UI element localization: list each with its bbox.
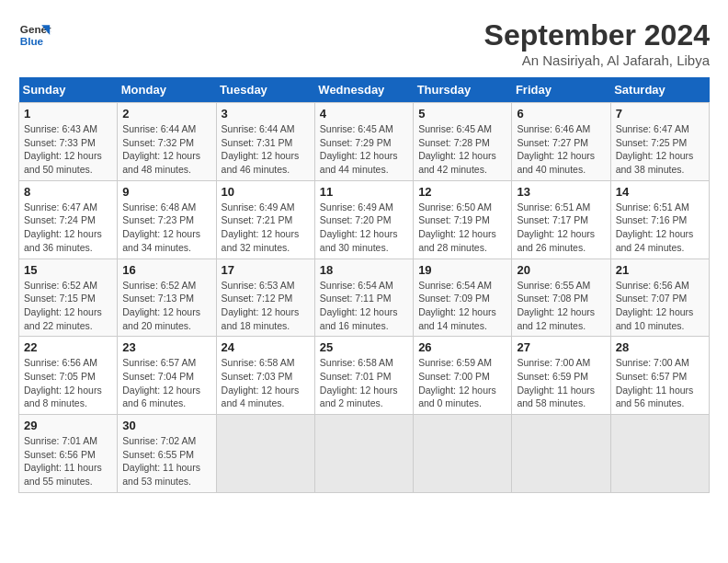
day-detail: Sunrise: 6:55 AMSunset: 7:08 PMDaylight:… xyxy=(517,279,605,333)
calendar-cell: 21Sunrise: 6:56 AMSunset: 7:07 PMDayligh… xyxy=(610,259,709,337)
day-detail: Sunrise: 7:00 AMSunset: 6:57 PMDaylight:… xyxy=(616,356,704,410)
calendar-cell: 23Sunrise: 6:57 AMSunset: 7:04 PMDayligh… xyxy=(118,337,216,415)
calendar-cell xyxy=(610,415,709,493)
day-detail: Sunrise: 6:48 AMSunset: 7:23 PMDaylight:… xyxy=(122,201,210,255)
day-detail: Sunrise: 6:59 AMSunset: 7:00 PMDaylight:… xyxy=(418,356,506,410)
day-number: 7 xyxy=(616,107,704,121)
calendar-cell: 27Sunrise: 7:00 AMSunset: 6:59 PMDayligh… xyxy=(512,337,610,415)
day-number: 17 xyxy=(222,263,310,277)
svg-text:Blue: Blue xyxy=(20,35,44,47)
calendar-cell: 26Sunrise: 6:59 AMSunset: 7:00 PMDayligh… xyxy=(414,337,512,415)
calendar-cell: 5Sunrise: 6:45 AMSunset: 7:28 PMDaylight… xyxy=(414,103,512,181)
day-number: 25 xyxy=(320,340,408,354)
day-number: 18 xyxy=(320,263,408,277)
day-detail: Sunrise: 6:45 AMSunset: 7:28 PMDaylight:… xyxy=(418,122,506,177)
day-number: 15 xyxy=(24,263,112,277)
day-number: 8 xyxy=(24,185,112,199)
day-number: 26 xyxy=(418,340,506,354)
day-detail: Sunrise: 6:44 AMSunset: 7:32 PMDaylight:… xyxy=(122,122,210,177)
day-number: 21 xyxy=(616,263,704,277)
day-number: 23 xyxy=(122,340,210,354)
day-detail: Sunrise: 7:00 AMSunset: 6:59 PMDaylight:… xyxy=(517,356,605,410)
day-detail: Sunrise: 6:49 AMSunset: 7:20 PMDaylight:… xyxy=(320,201,408,255)
day-detail: Sunrise: 6:46 AMSunset: 7:27 PMDaylight:… xyxy=(517,122,605,177)
day-number: 22 xyxy=(24,340,112,354)
day-detail: Sunrise: 6:56 AMSunset: 7:07 PMDaylight:… xyxy=(616,279,704,333)
day-detail: Sunrise: 6:47 AMSunset: 7:24 PMDaylight:… xyxy=(24,201,112,255)
day-detail: Sunrise: 7:02 AMSunset: 6:55 PMDaylight:… xyxy=(122,434,210,488)
calendar-week-1: 1Sunrise: 6:43 AMSunset: 7:33 PMDaylight… xyxy=(19,103,710,181)
logo: General Blue xyxy=(18,18,51,52)
col-header-tuesday: Tuesday xyxy=(216,77,314,103)
calendar-cell: 9Sunrise: 6:48 AMSunset: 7:23 PMDaylight… xyxy=(118,180,216,259)
day-number: 20 xyxy=(517,263,605,277)
calendar-cell: 17Sunrise: 6:53 AMSunset: 7:12 PMDayligh… xyxy=(216,259,314,337)
calendar-cell: 19Sunrise: 6:54 AMSunset: 7:09 PMDayligh… xyxy=(414,259,512,337)
calendar-cell: 4Sunrise: 6:45 AMSunset: 7:29 PMDaylight… xyxy=(314,103,413,181)
calendar-cell: 20Sunrise: 6:55 AMSunset: 7:08 PMDayligh… xyxy=(512,259,610,337)
day-detail: Sunrise: 6:43 AMSunset: 7:33 PMDaylight:… xyxy=(24,122,112,177)
day-number: 10 xyxy=(222,185,310,199)
calendar-cell: 1Sunrise: 6:43 AMSunset: 7:33 PMDaylight… xyxy=(19,103,118,181)
day-detail: Sunrise: 6:49 AMSunset: 7:21 PMDaylight:… xyxy=(222,201,310,255)
calendar-cell: 6Sunrise: 6:46 AMSunset: 7:27 PMDaylight… xyxy=(512,103,610,181)
calendar-cell: 28Sunrise: 7:00 AMSunset: 6:57 PMDayligh… xyxy=(610,337,709,415)
day-number: 1 xyxy=(24,107,112,121)
calendar-cell: 30Sunrise: 7:02 AMSunset: 6:55 PMDayligh… xyxy=(118,415,216,493)
calendar-cell: 14Sunrise: 6:51 AMSunset: 7:16 PMDayligh… xyxy=(610,180,709,259)
calendar-week-3: 15Sunrise: 6:52 AMSunset: 7:15 PMDayligh… xyxy=(19,259,710,337)
day-detail: Sunrise: 6:54 AMSunset: 7:09 PMDaylight:… xyxy=(418,279,506,333)
calendar-cell xyxy=(216,415,314,493)
calendar-cell: 18Sunrise: 6:54 AMSunset: 7:11 PMDayligh… xyxy=(314,259,413,337)
title-area: September 2024 An Nasiriyah, Al Jafarah,… xyxy=(484,18,710,68)
day-number: 6 xyxy=(517,107,605,121)
day-detail: Sunrise: 6:58 AMSunset: 7:01 PMDaylight:… xyxy=(320,356,408,410)
day-number: 12 xyxy=(418,185,506,199)
calendar-header-row: SundayMondayTuesdayWednesdayThursdayFrid… xyxy=(19,77,710,103)
logo-icon: General Blue xyxy=(18,18,51,52)
day-number: 13 xyxy=(517,185,605,199)
day-detail: Sunrise: 7:01 AMSunset: 6:56 PMDaylight:… xyxy=(24,434,112,488)
calendar-cell: 3Sunrise: 6:44 AMSunset: 7:31 PMDaylight… xyxy=(216,103,314,181)
calendar-cell: 11Sunrise: 6:49 AMSunset: 7:20 PMDayligh… xyxy=(314,180,413,259)
calendar-cell: 16Sunrise: 6:52 AMSunset: 7:13 PMDayligh… xyxy=(118,259,216,337)
day-detail: Sunrise: 6:47 AMSunset: 7:25 PMDaylight:… xyxy=(616,122,704,177)
calendar-cell: 8Sunrise: 6:47 AMSunset: 7:24 PMDaylight… xyxy=(19,180,118,259)
day-number: 24 xyxy=(222,340,310,354)
day-detail: Sunrise: 6:52 AMSunset: 7:15 PMDaylight:… xyxy=(24,279,112,333)
day-detail: Sunrise: 6:50 AMSunset: 7:19 PMDaylight:… xyxy=(418,201,506,255)
subtitle: An Nasiriyah, Al Jafarah, Libya xyxy=(484,52,710,68)
calendar-cell: 2Sunrise: 6:44 AMSunset: 7:32 PMDaylight… xyxy=(118,103,216,181)
day-detail: Sunrise: 6:51 AMSunset: 7:17 PMDaylight:… xyxy=(517,201,605,255)
calendar-cell: 29Sunrise: 7:01 AMSunset: 6:56 PMDayligh… xyxy=(19,415,118,493)
calendar-cell: 15Sunrise: 6:52 AMSunset: 7:15 PMDayligh… xyxy=(19,259,118,337)
day-number: 30 xyxy=(122,419,210,432)
day-number: 14 xyxy=(616,185,704,199)
calendar-week-5: 29Sunrise: 7:01 AMSunset: 6:56 PMDayligh… xyxy=(19,415,710,493)
calendar-cell: 25Sunrise: 6:58 AMSunset: 7:01 PMDayligh… xyxy=(314,337,413,415)
day-number: 27 xyxy=(517,340,605,354)
day-number: 5 xyxy=(418,107,506,121)
calendar-table: SundayMondayTuesdayWednesdayThursdayFrid… xyxy=(18,77,710,493)
day-number: 9 xyxy=(122,185,210,199)
day-detail: Sunrise: 6:44 AMSunset: 7:31 PMDaylight:… xyxy=(222,122,310,177)
calendar-cell xyxy=(314,415,413,493)
day-number: 19 xyxy=(418,263,506,277)
col-header-thursday: Thursday xyxy=(414,77,512,103)
calendar-week-4: 22Sunrise: 6:56 AMSunset: 7:05 PMDayligh… xyxy=(19,337,710,415)
col-header-saturday: Saturday xyxy=(610,77,709,103)
day-detail: Sunrise: 6:51 AMSunset: 7:16 PMDaylight:… xyxy=(616,201,704,255)
col-header-wednesday: Wednesday xyxy=(314,77,413,103)
day-number: 11 xyxy=(320,185,408,199)
day-number: 4 xyxy=(320,107,408,121)
day-number: 29 xyxy=(24,419,112,432)
col-header-monday: Monday xyxy=(118,77,216,103)
day-number: 2 xyxy=(122,107,210,121)
calendar-cell: 12Sunrise: 6:50 AMSunset: 7:19 PMDayligh… xyxy=(414,180,512,259)
day-detail: Sunrise: 6:54 AMSunset: 7:11 PMDaylight:… xyxy=(320,279,408,333)
day-number: 3 xyxy=(222,107,310,121)
calendar-cell: 24Sunrise: 6:58 AMSunset: 7:03 PMDayligh… xyxy=(216,337,314,415)
calendar-cell xyxy=(512,415,610,493)
header: General Blue September 2024 An Nasiriyah… xyxy=(18,18,710,68)
calendar-cell: 7Sunrise: 6:47 AMSunset: 7:25 PMDaylight… xyxy=(610,103,709,181)
